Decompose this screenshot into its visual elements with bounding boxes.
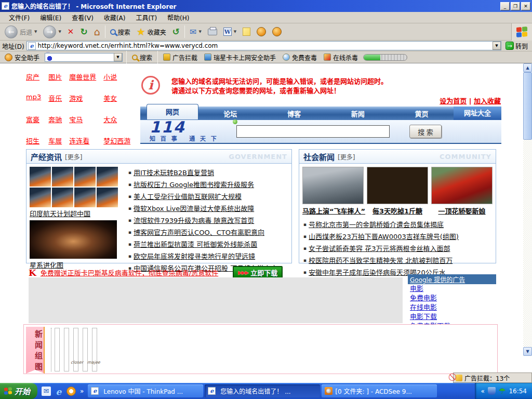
refresh-button[interactable]: ↻ [78,26,89,37]
address-input[interactable] [38,42,493,49]
keyword-search-input[interactable] [236,125,390,138]
tray-collapse-icon[interactable]: « [481,388,485,395]
rising-assistant-button[interactable] [255,26,268,37]
ad-link[interactable]: 电影下载 [408,312,496,322]
hot-link[interactable]: 奔驰 [48,114,62,124]
news-link[interactable]: 博客网官方声明否认COO、CTO有离职意向 [134,229,264,236]
stop-button[interactable]: ✕ [66,26,76,37]
umbrella-icon[interactable]: ☂ [499,387,506,396]
print-button[interactable] [206,28,219,36]
ad-link[interactable]: 在线电影 [408,303,496,312]
rising-shield-icon[interactable] [488,387,496,395]
edit-word-button[interactable]: W ▼ [222,26,238,37]
quick-launch-overflow-icon[interactable]: » [80,388,84,395]
back-button[interactable]: ← 后退 ▼ [3,24,38,39]
hot-link[interactable]: 富豪 [26,114,41,124]
tab-web[interactable]: 网页 [147,104,198,119]
tab-blog[interactable]: 博客 [262,109,326,118]
news-photo[interactable] [367,167,428,204]
restore-button[interactable]: ❐ [511,2,520,10]
news-link[interactable]: 美人工受孕行业借助互联网扩大规模 [134,193,242,201]
ie-icon[interactable]: e [54,387,63,396]
news-photo[interactable] [302,167,364,204]
add-favorite-link[interactable]: 加入收藏 [474,97,501,105]
more-link[interactable]: [更多] [65,152,82,161]
photo-caption-link[interactable]: 马路上演“飞车摔人” [302,206,364,216]
clock-time[interactable]: 16:54 [509,388,527,395]
vertical-scrollbar[interactable]: ▲ ▼ [523,63,532,356]
news-photo[interactable] [431,167,493,204]
word-dropdown-icon[interactable]: ▼ [234,30,236,34]
ad-photo[interactable]: majeecloser [83,328,88,371]
news-link[interactable]: 山西煤老板23万拍下晋AW0003吉祥车牌号(组图) [309,233,459,241]
news-link[interactable]: 抗版权压力 Google推图书搜索升级服务 [134,181,254,189]
menu-help[interactable]: 帮助(H) [163,12,194,23]
kaka-assistant-button[interactable]: 瑞星卡卡上网安全助手 [203,52,277,63]
back-dropdown-icon[interactable]: ▼ [34,30,37,34]
keyword-search-button[interactable]: 搜 索 [409,125,442,138]
mail-dropdown-icon[interactable]: ▼ [198,30,201,34]
hot-link[interactable]: 宝马 [69,114,96,124]
hot-link[interactable]: 梦幻西游 [103,136,130,145]
search-button[interactable]: 搜索 [109,26,132,37]
favorites-button[interactable]: ★ 收藏夹 [135,26,168,37]
forward-button[interactable]: → ▼ [42,24,62,39]
kaspersky-promo-link[interactable]: 免费赠送正版卡巴斯基反病毒软件，彻底查杀病毒/恶意软件 [41,268,218,277]
hot-link[interactable]: 魔兽世界 [69,72,96,82]
hot-link[interactable]: 连连看 [69,136,96,145]
hot-link[interactable]: 大众 [103,114,130,124]
photo-caption-link[interactable]: 一顶花轿娶新娘 [431,206,493,216]
free-scan-button[interactable]: 免费查毒 [281,52,318,63]
clock-icon[interactable] [66,387,76,396]
go-button[interactable]: → 转到 [503,42,530,50]
scroll-down-button[interactable]: ▼ [523,347,532,356]
tab-yellowpages[interactable]: 黄页 [390,109,454,118]
ad-photo[interactable] [73,328,78,371]
google-ads-header[interactable]: Google 提供的广告 [408,274,496,284]
notes-button[interactable] [241,26,252,37]
address-dropdown-icon[interactable]: ▼ [493,42,501,50]
hot-link[interactable]: 小说 [103,72,130,82]
ad-photo[interactable] [92,328,97,371]
news-link[interactable]: 校医院用药不当致学生精神失常 北航被判赔百万 [309,257,453,264]
minimize-button[interactable]: _ [500,2,510,10]
ad-photo[interactable] [55,328,60,371]
news-link[interactable]: 女子尝试新奇美容 花3万元将两根金丝植入面部 [309,245,450,252]
home-button[interactable]: ⌂ [92,26,102,37]
adblock-button[interactable]: 广告拦截 [162,52,199,63]
set-homepage-link[interactable]: 设为首页 [440,97,467,105]
hot-link[interactable]: 车展 [48,136,62,145]
news-link[interactable]: 荷兰推出新型抗菌漆 可抵御紫外线能杀菌 [134,241,257,248]
scrollbar-thumb[interactable] [523,72,532,140]
hot-link[interactable]: 音乐 [48,93,62,103]
hot-link[interactable]: 美女 [103,93,130,103]
task-button-lenovo[interactable]: e Lenovo 中国 - ThinkPad ... [88,384,203,397]
news-link[interactable]: 用IT技术玩转B2B直复营销 [134,169,214,177]
search-keyword-combobox[interactable]: ▼ [45,53,123,62]
image-caption-link[interactable]: 印度航天计划超中国 [30,208,90,218]
hot-link[interactable]: 房产 [26,72,41,82]
galaxy-image[interactable] [30,220,117,259]
photo-caption-link[interactable]: 每3天吃掉1斤糖 [367,206,428,216]
menu-favorites[interactable]: 收藏(A) [99,12,130,23]
news-link[interactable]: 欧空局年底将发射搜寻类地行星的望远镜 [134,252,255,260]
menu-view[interactable]: 查看(V) [67,12,98,23]
start-button[interactable]: 开始 [0,383,37,399]
address-field[interactable]: e ▼ [26,41,501,50]
news-link[interactable]: 流氓软件7939升级为病毒 随意改写首页 [134,217,254,224]
history-button[interactable]: ↺ [171,26,181,37]
ad-link[interactable]: 免费电影 [408,294,496,303]
safety-assistant-button[interactable]: 安全助手 [3,52,41,63]
mail-button[interactable]: ✉ ▼ [188,26,203,37]
task-button-error-page[interactable]: e 您输入的域名出错了！ ... [205,384,320,397]
task-button-acdsee[interactable]: [0 文件夹: ] - ACDSee 9... [322,384,437,397]
rocket-collage-image[interactable] [30,167,118,207]
forward-dropdown-icon[interactable]: ▼ [58,30,61,34]
tab-site-directory[interactable]: 网址大全 [454,107,501,120]
menu-tools[interactable]: 工具(T) [131,12,162,23]
news-link[interactable]: 微软Xbox Live因流量过大使系统出故障 [134,205,254,212]
hot-link[interactable]: 图片 [48,72,62,82]
assist-search-button[interactable]: 搜索 [130,52,154,63]
hot-link[interactable]: mp3 [26,93,41,103]
combo-dropdown-icon[interactable]: ▼ [114,53,122,61]
